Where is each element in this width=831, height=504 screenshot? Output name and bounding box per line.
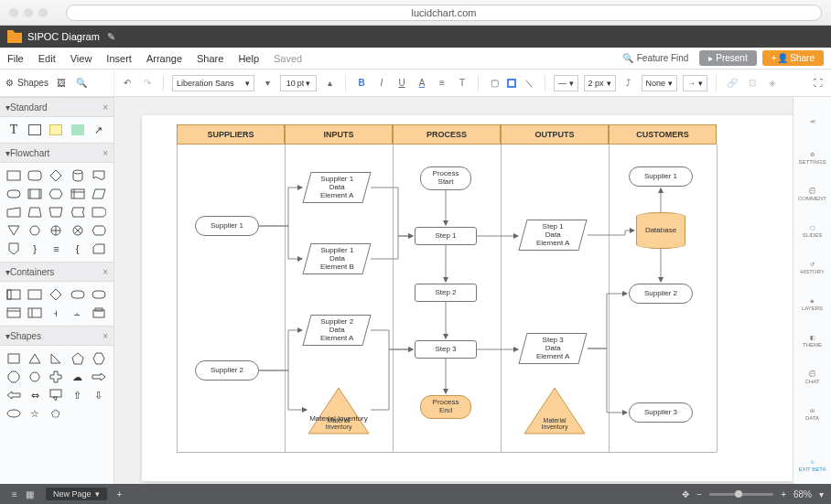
shape-manual[interactable] xyxy=(5,205,22,220)
node-input1[interactable]: Supplier 1 Data Element A xyxy=(302,172,371,203)
cont-6[interactable] xyxy=(5,306,22,320)
shape-arrow[interactable]: ↗ xyxy=(91,123,107,137)
dot-yellow[interactable] xyxy=(24,8,33,17)
rp-slides[interactable]: ▢SLIDES xyxy=(793,212,831,249)
canvas-page[interactable]: SUPPLIERS INPUTS PROCESS OUTPUTS CUSTOME… xyxy=(142,115,793,481)
image-icon[interactable]: 🖼 xyxy=(54,76,69,91)
section-containers[interactable]: ▾ Containers× xyxy=(0,262,113,282)
pan-icon[interactable]: ✥ xyxy=(682,489,689,499)
doc-title[interactable]: SIPOC Diagram xyxy=(27,31,100,42)
section-shapes2[interactable]: ▾ Shapes× xyxy=(0,326,113,346)
node-cust1[interactable]: Supplier 1 xyxy=(629,166,693,187)
close-icon[interactable]: × xyxy=(103,267,108,277)
rp-settings[interactable]: ⚙SETTINGS xyxy=(793,139,831,176)
font-family-select[interactable]: Liberation Sans▾ xyxy=(172,75,254,91)
dot-green[interactable] xyxy=(38,8,48,17)
fullscreen-icon[interactable]: ⛶ xyxy=(811,76,826,91)
zoom-out-icon[interactable]: − xyxy=(696,489,702,499)
s2-arrowdbl[interactable]: ⇔ xyxy=(27,388,43,402)
align-icon[interactable]: ≡ xyxy=(435,76,449,91)
node-step1[interactable]: Step 1 xyxy=(415,227,477,245)
redo-icon[interactable]: ↷ xyxy=(140,76,155,91)
shape-doc[interactable] xyxy=(91,168,107,183)
rp-layers[interactable]: ◈LAYERS xyxy=(793,285,831,322)
shape-connector[interactable] xyxy=(27,223,43,238)
node-cust3[interactable]: Supplier 3 xyxy=(629,402,693,423)
fill-icon[interactable]: ▢ xyxy=(487,76,502,91)
menu-share[interactable]: Share xyxy=(197,53,223,64)
menu-file[interactable]: File xyxy=(7,53,24,64)
node-out1[interactable]: Step 1 Data Element A xyxy=(518,220,587,251)
cont-5[interactable] xyxy=(91,287,107,302)
shape-trap2[interactable] xyxy=(48,205,64,220)
cont-1[interactable] xyxy=(5,287,22,302)
line-style-select[interactable]: — ▾ xyxy=(554,75,578,91)
shape-trap[interactable] xyxy=(27,205,43,220)
section-standard[interactable]: ▾ Standard× xyxy=(0,97,113,117)
s2-star[interactable]: ☆ xyxy=(27,406,43,421)
text-color-icon[interactable]: A xyxy=(415,76,429,91)
node-pend[interactable]: Process End xyxy=(420,395,471,419)
close-icon[interactable]: × xyxy=(103,102,108,113)
link-icon[interactable]: 🔗 xyxy=(725,76,739,91)
edit-title-icon[interactable]: ✎ xyxy=(107,31,115,43)
header-process[interactable]: PROCESS xyxy=(393,124,501,145)
undo-icon[interactable]: ↶ xyxy=(120,76,135,91)
cont-4[interactable] xyxy=(70,287,86,302)
folder-icon[interactable] xyxy=(7,30,22,43)
arrow-end-select[interactable]: → ▾ xyxy=(683,75,707,91)
menu-view[interactable]: View xyxy=(70,53,92,64)
node-supplier2[interactable]: Supplier 2 xyxy=(195,360,259,381)
share-button[interactable]: +👤 Share xyxy=(762,50,824,66)
s2-arrowd[interactable]: ⇩ xyxy=(91,388,107,402)
s2-rect[interactable] xyxy=(5,351,22,366)
shape-predef[interactable] xyxy=(27,187,43,201)
s2-callout[interactable] xyxy=(48,388,64,402)
shape-cylinder[interactable] xyxy=(70,168,86,183)
menu-edit[interactable]: Edit xyxy=(38,53,56,64)
header-inputs[interactable]: INPUTS xyxy=(285,124,393,145)
rp-chat[interactable]: 💬CHAT xyxy=(793,359,831,395)
node-input3[interactable]: Supplier 2 Data Element A xyxy=(302,315,371,346)
shape-brace-l[interactable]: { xyxy=(70,241,86,256)
line-type-icon[interactable]: ⤴ xyxy=(621,76,636,91)
italic-icon[interactable]: I xyxy=(374,76,389,91)
header-suppliers[interactable]: SUPPLIERS xyxy=(177,124,285,145)
cont-10[interactable] xyxy=(91,306,107,320)
border-color-icon[interactable] xyxy=(507,79,516,88)
text-field-icon[interactable]: T xyxy=(455,76,469,91)
rp-theme[interactable]: ◧THEME xyxy=(793,322,831,359)
shape-card[interactable] xyxy=(91,241,107,256)
underline-icon[interactable]: U xyxy=(394,76,409,91)
list-view-icon[interactable]: ≡ xyxy=(7,487,22,501)
cont-2[interactable] xyxy=(27,287,43,302)
zoom-level[interactable]: 68% xyxy=(793,489,812,499)
shape-hex[interactable] xyxy=(48,187,64,201)
s2-pent[interactable] xyxy=(70,351,86,366)
lock-icon[interactable]: ⊡ xyxy=(745,76,760,91)
close-icon[interactable]: × xyxy=(103,148,108,158)
shape-note-lines[interactable]: ≡ xyxy=(48,241,64,256)
shape-rect[interactable] xyxy=(5,168,22,183)
shape-box[interactable] xyxy=(27,123,43,137)
shape-or[interactable] xyxy=(48,223,64,238)
dot-red[interactable] xyxy=(9,8,18,17)
zoom-in-icon[interactable]: + xyxy=(781,489,786,499)
close-icon[interactable]: × xyxy=(103,331,108,341)
shape-stored[interactable] xyxy=(70,205,86,220)
shape-terminator[interactable] xyxy=(5,187,22,201)
s2-arrowu[interactable]: ⇧ xyxy=(70,388,86,402)
cont-8[interactable]: ⫞ xyxy=(48,306,64,320)
section-flowchart[interactable]: ▾ Flowchart× xyxy=(0,143,113,163)
s2-oct[interactable] xyxy=(5,370,22,384)
rp-history[interactable]: ↺HISTORY xyxy=(793,249,831,285)
rp-collapse[interactable]: ≪ xyxy=(793,102,831,139)
shape-merge[interactable] xyxy=(5,223,22,238)
s2-tri[interactable] xyxy=(27,351,43,366)
page-tab[interactable]: New Page ▾ xyxy=(46,488,107,500)
shape-round-rect[interactable] xyxy=(27,168,43,183)
rp-comment[interactable]: 💬COMMENT xyxy=(793,176,831,212)
line-color-icon[interactable]: ＼ xyxy=(522,76,536,91)
menu-help[interactable]: Help xyxy=(238,53,259,64)
header-customers[interactable]: CUSTOMERS xyxy=(609,124,717,145)
